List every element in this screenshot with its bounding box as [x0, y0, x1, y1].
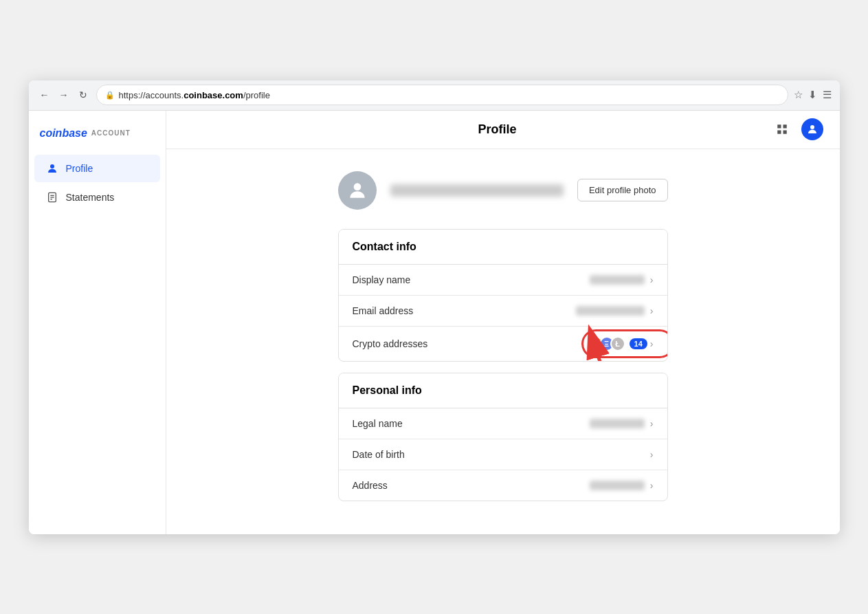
download-icon[interactable]: ⬇ — [808, 89, 817, 101]
user-name-blurred — [390, 184, 564, 197]
address-chevron: › — [650, 480, 654, 491]
brand-suffix: ACCOUNT — [91, 129, 131, 137]
legal-name-right: › — [590, 418, 654, 429]
legal-name-chevron: › — [650, 418, 654, 429]
security-icon: 🔒 — [105, 91, 115, 100]
statements-nav-icon — [45, 190, 59, 204]
svg-point-0 — [50, 164, 54, 168]
dob-chevron: › — [650, 449, 654, 460]
svg-rect-8 — [783, 131, 786, 134]
refresh-button[interactable]: ↻ — [76, 87, 91, 102]
personal-info-title: Personal info — [353, 384, 422, 396]
contact-info-card: Contact info Display name › Email addres… — [338, 229, 668, 362]
display-name-row[interactable]: Display name › — [339, 265, 667, 296]
address-right: › — [590, 480, 654, 491]
edit-photo-button[interactable]: Edit profile photo — [577, 179, 668, 201]
contact-info-header: Contact info — [339, 230, 667, 265]
personal-info-card: Personal info Legal name › Date of birth — [338, 373, 668, 501]
bookmark-icon[interactable]: ☆ — [794, 89, 803, 101]
legal-name-value — [590, 419, 645, 428]
dob-right: › — [650, 449, 654, 460]
address-value — [590, 481, 645, 490]
svg-rect-6 — [783, 124, 786, 128]
sidebar: coinbase ACCOUNT Profile Statements — [29, 111, 166, 534]
browser-window: ← → ↻ 🔒 https://accounts.coinbase.com/pr… — [29, 80, 840, 534]
dob-label: Date of birth — [353, 449, 405, 460]
app-layout: coinbase ACCOUNT Profile Statements — [29, 111, 840, 534]
crypto-badge-area: ₿ Ξ Ł 14 — [588, 336, 647, 351]
email-value — [576, 306, 645, 316]
crypto-addresses-right: ₿ Ξ Ł 14 › — [588, 336, 654, 351]
forward-button[interactable]: → — [56, 87, 71, 102]
email-label: Email address — [353, 305, 414, 316]
svg-rect-5 — [777, 124, 781, 128]
crypto-icons: ₿ Ξ Ł — [588, 336, 625, 351]
crypto-addresses-row[interactable]: Crypto addresses ₿ Ξ Ł — [339, 327, 667, 361]
crypto-addresses-label: Crypto addresses — [353, 338, 428, 349]
email-chevron: › — [650, 305, 654, 316]
browser-toolbar: ← → ↻ 🔒 https://accounts.coinbase.com/pr… — [29, 80, 840, 111]
legal-name-row[interactable]: Legal name › — [339, 408, 667, 439]
display-name-value — [590, 275, 645, 285]
svg-point-10 — [353, 183, 361, 190]
email-row[interactable]: Email address › — [339, 296, 667, 327]
top-bar: Profile — [166, 111, 840, 149]
sidebar-item-statements[interactable]: Statements — [34, 184, 160, 211]
toolbar-right: ☆ ⬇ ☰ — [794, 89, 832, 101]
profile-nav-label: Profile — [66, 163, 93, 174]
sidebar-item-profile[interactable]: Profile — [34, 155, 160, 182]
brand-name: coinbase — [40, 127, 87, 140]
address-label: Address — [353, 480, 388, 491]
display-name-chevron: › — [650, 274, 654, 285]
email-right: › — [576, 305, 654, 316]
contact-info-title: Contact info — [353, 241, 416, 252]
avatar — [338, 171, 377, 210]
menu-icon[interactable]: ☰ — [823, 89, 832, 101]
back-button[interactable]: ← — [37, 87, 52, 102]
crypto-count-badge: 14 — [630, 338, 647, 349]
top-bar-right — [771, 118, 823, 140]
address-row[interactable]: Address › — [339, 470, 667, 501]
ltc-icon: Ł — [610, 336, 625, 351]
svg-rect-7 — [777, 131, 781, 134]
statements-nav-label: Statements — [66, 192, 115, 203]
user-avatar-icon[interactable] — [801, 118, 823, 140]
profile-section: Edit profile photo Contact info Display … — [338, 149, 668, 534]
legal-name-label: Legal name — [353, 418, 403, 429]
nav-buttons: ← → ↻ — [37, 87, 91, 102]
crypto-chevron: › — [650, 338, 654, 349]
sidebar-brand: coinbase ACCOUNT — [29, 122, 166, 153]
dob-row[interactable]: Date of birth › — [339, 439, 667, 470]
display-name-right: › — [590, 274, 654, 285]
profile-nav-icon — [45, 162, 59, 175]
url-display: https://accounts.coinbase.com/profile — [119, 90, 270, 100]
sidebar-nav: Profile Statements — [29, 155, 166, 211]
display-name-label: Display name — [353, 274, 411, 285]
personal-info-header: Personal info — [339, 373, 667, 408]
svg-point-9 — [810, 125, 814, 129]
grid-icon[interactable] — [771, 118, 793, 140]
profile-header: Edit profile photo — [338, 171, 668, 210]
address-bar[interactable]: 🔒 https://accounts.coinbase.com/profile — [96, 85, 788, 105]
page-title: Profile — [224, 122, 771, 137]
main-content: Profile Edit pr — [166, 111, 840, 534]
